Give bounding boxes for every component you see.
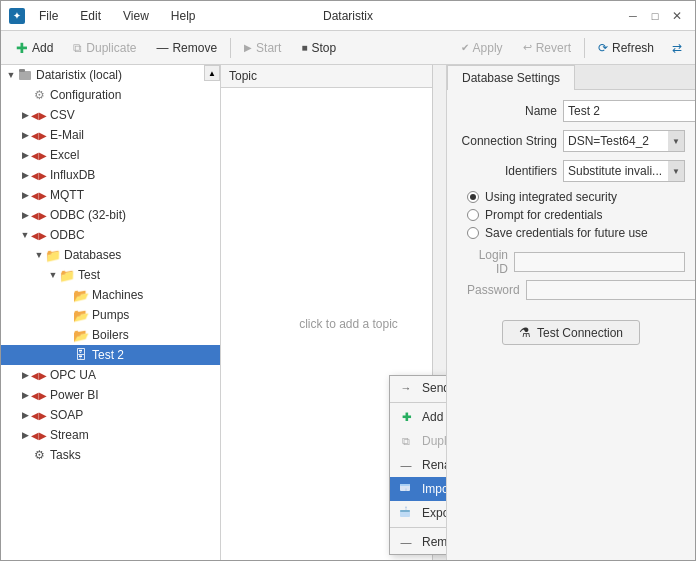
remove-icon: — (156, 41, 168, 55)
menu-view[interactable]: View (115, 7, 157, 25)
identifiers-dropdown-arrow: ▼ (668, 161, 684, 181)
ctx-remove[interactable]: — Remove (390, 530, 447, 554)
apply-button[interactable]: ✔ Apply (452, 35, 512, 61)
start-icon: ▶ (244, 42, 252, 53)
topic-empty-text: click to add a topic (299, 317, 398, 331)
maximize-button[interactable]: □ (645, 6, 665, 26)
add-button[interactable]: ✚ Add (7, 35, 62, 61)
radio-save-creds-label: Save credentials for future use (485, 226, 648, 240)
sidebar-item-test2[interactable]: 🗄 Test 2 (1, 345, 220, 365)
menu-help[interactable]: Help (163, 7, 204, 25)
conn-label: Connection String (457, 134, 557, 148)
login-input[interactable] (514, 252, 685, 272)
sidebar-item-pumps[interactable]: 📂 Pumps (1, 305, 220, 325)
topic-panel: Topic → Send to ▶ ✚ Add Topic (221, 65, 447, 560)
conn-select[interactable]: DSN=Test64_2 ▼ (563, 130, 685, 152)
ctx-export-topics[interactable]: ↑ Export Topics... (390, 501, 447, 525)
right-panel: Database Settings Name Connection String… (447, 65, 695, 560)
soap-icon: ◀▶ (31, 407, 47, 423)
sidebar-item-email[interactable]: ▶ ◀▶ E-Mail (1, 125, 220, 145)
sidebar-item-influxdb[interactable]: ▶ ◀▶ InfluxDB (1, 165, 220, 185)
radio-integrated-input[interactable] (467, 191, 479, 203)
conn-row: Connection String DSN=Test64_2 ▼ (457, 130, 685, 152)
close-button[interactable]: ✕ (667, 6, 687, 26)
main-window: ✦ File Edit View Help Dataristix ─ □ ✕ ✚… (0, 0, 696, 561)
sidebar-item-powerbi[interactable]: ▶ ◀▶ Power BI (1, 385, 220, 405)
password-input[interactable] (526, 280, 695, 300)
pumps-icon: 📂 (73, 307, 89, 323)
radio-integrated-label: Using integrated security (485, 190, 617, 204)
test-folder-icon: 📁 (59, 267, 75, 283)
identifiers-row: Identifiers Substitute invali... ▼ (457, 160, 685, 182)
ctx-send-to[interactable]: → Send to ▶ (390, 376, 447, 400)
credentials-section: Login ID Password (467, 248, 685, 304)
login-label: Login ID (467, 248, 508, 276)
flask-icon: ⚗ (519, 325, 531, 340)
start-button[interactable]: ▶ Start (235, 35, 290, 61)
menu-edit[interactable]: Edit (72, 7, 109, 25)
csv-icon: ◀▶ (31, 107, 47, 123)
ctx-add-topic[interactable]: ✚ Add Topic (390, 405, 447, 429)
remove-button[interactable]: — Remove (147, 35, 226, 61)
menu-file[interactable]: File (31, 7, 66, 25)
powerbi-icon: ◀▶ (31, 387, 47, 403)
sync-button[interactable]: ⇄ (665, 35, 689, 61)
tab-bar: Database Settings (447, 65, 695, 90)
radio-integrated[interactable]: Using integrated security (467, 190, 685, 204)
identifiers-select[interactable]: Substitute invali... ▼ (563, 160, 685, 182)
duplicate-button[interactable]: ⧉ Duplicate (64, 35, 145, 61)
radio-save-creds-input[interactable] (467, 227, 479, 239)
boilers-icon: 📂 (73, 327, 89, 343)
config-icon: ⚙ (31, 87, 47, 103)
stream-icon: ◀▶ (31, 427, 47, 443)
ctx-rename-icon: — (398, 457, 414, 473)
sidebar-item-databases[interactable]: ▼ 📁 Databases (1, 245, 220, 265)
sidebar[interactable]: ▲ ▼ Dataristix (local) ⚙ Configuration ▶… (1, 65, 221, 560)
sidebar-item-opcua[interactable]: ▶ ◀▶ OPC UA (1, 365, 220, 385)
sidebar-item-stream[interactable]: ▶ ◀▶ Stream (1, 425, 220, 445)
tab-database-settings[interactable]: Database Settings (447, 65, 575, 90)
sidebar-item-tasks[interactable]: ⚙ Tasks (1, 445, 220, 465)
revert-button[interactable]: ↩ Revert (514, 35, 580, 61)
tree-root[interactable]: ▼ Dataristix (local) (1, 65, 220, 85)
sidebar-item-odbc32[interactable]: ▶ ◀▶ ODBC (32-bit) (1, 205, 220, 225)
test-connection-button[interactable]: ⚗ Test Connection (502, 320, 640, 345)
radio-prompt[interactable]: Prompt for credentials (467, 208, 685, 222)
login-row: Login ID (467, 248, 685, 276)
app-icon: ✦ (9, 8, 25, 24)
sidebar-item-configuration[interactable]: ⚙ Configuration (1, 85, 220, 105)
sidebar-item-machines[interactable]: 📂 Machines (1, 285, 220, 305)
config-label: Configuration (50, 88, 121, 102)
sidebar-scroll-up[interactable]: ▲ (204, 65, 220, 81)
svg-rect-1 (19, 69, 25, 72)
refresh-button[interactable]: ⟳ Refresh (589, 35, 663, 61)
conn-value: DSN=Test64_2 (568, 134, 649, 148)
separator-2 (584, 38, 585, 58)
ctx-duplicate[interactable]: ⧉ Duplicate (390, 429, 447, 453)
radio-save-creds[interactable]: Save credentials for future use (467, 226, 685, 240)
radio-prompt-input[interactable] (467, 209, 479, 221)
sidebar-item-excel[interactable]: ▶ ◀▶ Excel (1, 145, 220, 165)
sidebar-item-test[interactable]: ▼ 📁 Test (1, 265, 220, 285)
name-label: Name (457, 104, 557, 118)
ctx-rename[interactable]: — Rename (390, 453, 447, 477)
sidebar-item-soap[interactable]: ▶ ◀▶ SOAP (1, 405, 220, 425)
add-topic-icon: ✚ (398, 409, 414, 425)
sidebar-item-mqtt[interactable]: ▶ ◀▶ MQTT (1, 185, 220, 205)
ctx-separator-2 (390, 527, 447, 528)
sidebar-item-csv[interactable]: ▶ ◀▶ CSV (1, 105, 220, 125)
panel-content: Name Connection String DSN=Test64_2 ▼ Id… (447, 90, 695, 363)
sidebar-item-odbc[interactable]: ▼ ◀▶ ODBC (1, 225, 220, 245)
stop-button[interactable]: ■ Stop (292, 35, 345, 61)
machines-icon: 📂 (73, 287, 89, 303)
svg-rect-0 (19, 71, 31, 80)
test2-icon: 🗄 (73, 347, 89, 363)
sync-icon: ⇄ (672, 41, 682, 55)
ctx-import-topics[interactable]: ↓ Import Topics... (390, 477, 447, 501)
odbc32-icon: ◀▶ (31, 207, 47, 223)
minimize-button[interactable]: ─ (623, 6, 643, 26)
sidebar-item-boilers[interactable]: 📂 Boilers (1, 325, 220, 345)
root-icon (17, 67, 33, 83)
name-input[interactable] (563, 100, 695, 122)
add-icon: ✚ (16, 40, 28, 56)
